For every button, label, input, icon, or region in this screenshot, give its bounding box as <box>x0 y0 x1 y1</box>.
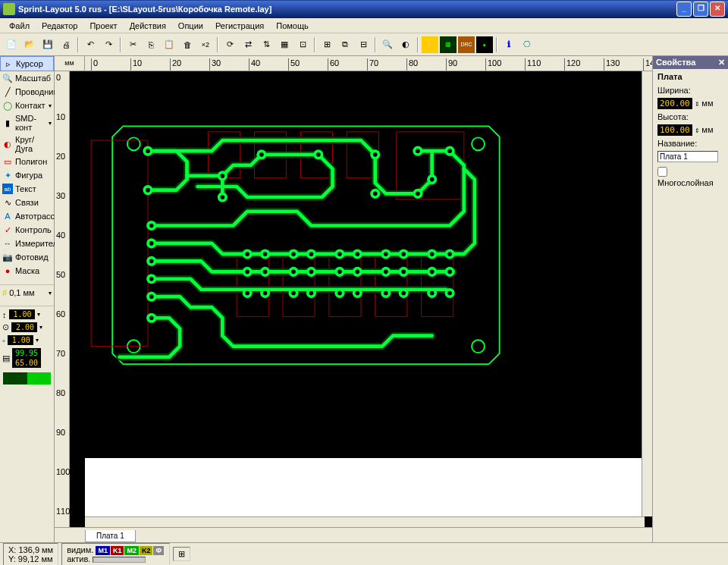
drc-button[interactable]: DRC <box>458 36 475 53</box>
width-value[interactable]: 200.00 <box>657 98 692 109</box>
maximize-button[interactable]: ❐ <box>693 2 708 17</box>
horizontal-ruler[interactable]: 0102030405060708090100110120130140150 <box>85 56 652 71</box>
save-button[interactable]: 💾 <box>39 36 56 53</box>
cut-button[interactable]: ✂ <box>124 36 141 53</box>
undo-button[interactable]: ↶ <box>82 36 99 53</box>
tool-shape[interactable]: ✦Фигура <box>0 168 54 182</box>
measure-icon: ↔ <box>2 238 13 249</box>
multilayer-label: Многослойная <box>657 178 714 187</box>
print-button[interactable]: 🖨 <box>58 36 74 53</box>
tool-cursor[interactable]: ▹Курсор <box>0 56 54 71</box>
menu-file[interactable]: Файл <box>3 20 36 32</box>
panel-close-icon[interactable]: ✕ <box>718 58 725 67</box>
tool-measure[interactable]: ↔Измеритель <box>0 237 54 250</box>
svg-point-51 <box>149 315 154 320</box>
menu-options[interactable]: Опции <box>172 20 209 32</box>
layer-k1[interactable]: K1 <box>111 546 124 555</box>
tool-connect[interactable]: ∿Связи <box>0 196 54 209</box>
rotate-button[interactable]: ⟳ <box>221 36 238 53</box>
new-button[interactable]: 📄 <box>3 36 20 53</box>
delete-button[interactable]: 🗑 <box>179 36 196 53</box>
redo-button[interactable]: ↷ <box>100 36 117 53</box>
mirrorh-button[interactable]: ⇄ <box>240 36 256 53</box>
menu-register[interactable]: Регистрация <box>209 20 270 32</box>
grid-value: 0,1 мм <box>9 288 34 297</box>
vertical-ruler[interactable]: 0102030405060708090100110 <box>55 71 70 527</box>
menu-help[interactable]: Помощь <box>270 20 315 32</box>
layer2-button[interactable]: ▪ <box>476 36 493 53</box>
ruler-unit: мм <box>55 56 85 71</box>
svg-point-59 <box>309 252 314 256</box>
vertical-scrollbar[interactable] <box>642 71 652 516</box>
link-button[interactable]: ⧉ <box>337 36 353 53</box>
mirrorv-button[interactable]: ⇅ <box>258 36 275 53</box>
pcb-canvas[interactable] <box>70 71 652 527</box>
layer1-button[interactable]: ▦ <box>440 36 457 53</box>
align-button[interactable]: ▦ <box>276 36 293 53</box>
dup-button[interactable]: ×2 <box>197 36 214 53</box>
check-icon: ✓ <box>2 224 13 235</box>
tool-circle[interactable]: ◐Круг/Дуга <box>0 133 54 155</box>
svg-point-103 <box>356 291 360 296</box>
tool-text[interactable]: abТекст <box>0 182 54 196</box>
grid-setting[interactable]: #0,1 мм▾ <box>0 287 54 299</box>
tool-smd-label: SMD-конт <box>15 114 46 132</box>
close-button[interactable]: ✕ <box>710 2 725 17</box>
contrast-button[interactable]: ◐ <box>397 36 414 53</box>
group-button[interactable]: ⊡ <box>294 36 311 53</box>
zoom-button[interactable]: 🔍 <box>379 36 396 53</box>
tool-check[interactable]: ✓Контроль <box>0 223 54 237</box>
menu-edit[interactable]: Редактор <box>36 20 83 32</box>
cursor-icon: ▹ <box>3 58 14 69</box>
pcb-drawing <box>70 71 652 458</box>
menu-actions[interactable]: Действия <box>124 20 172 32</box>
multilayer-checkbox[interactable] <box>657 167 667 177</box>
app-icon <box>3 3 15 15</box>
tool-smd[interactable]: ▮SMD-конт▾ <box>0 112 54 133</box>
param-diam[interactable]: ⊙2.00▾ <box>0 321 54 334</box>
polygon-icon: ▭ <box>2 156 13 167</box>
minimize-button[interactable]: _ <box>676 2 692 17</box>
info-button[interactable]: ℹ <box>500 36 517 53</box>
cursor-y: 99,12 мм <box>18 554 53 563</box>
param-width[interactable]: ↕1.00▾ <box>0 308 54 321</box>
layer-k2[interactable]: K2 <box>140 546 153 555</box>
menu-project[interactable]: Проект <box>83 20 123 32</box>
tool-pad[interactable]: ◯Контакт▾ <box>0 99 54 112</box>
tool-photo[interactable]: 📷Фотовид <box>0 250 54 264</box>
tab-board1[interactable]: Плата 1 <box>85 530 136 542</box>
layer-m1[interactable]: M1 <box>96 546 110 555</box>
layer-m2[interactable]: M2 <box>124 546 139 555</box>
paste-button[interactable]: 📋 <box>161 36 177 53</box>
svg-point-83 <box>356 270 360 275</box>
layer-f[interactable]: Ф <box>153 546 164 555</box>
panel-header: Свойства✕ <box>653 56 728 69</box>
svg-point-17 <box>146 149 150 153</box>
svg-point-81 <box>337 270 342 275</box>
snap-button[interactable]: ⊞ <box>318 36 335 53</box>
remove-button[interactable]: ⊟ <box>355 36 372 53</box>
copy-button[interactable]: ⎘ <box>143 36 159 53</box>
photo-icon: 📷 <box>2 252 13 262</box>
svg-point-47 <box>149 277 154 281</box>
horizontal-scrollbar[interactable] <box>85 516 645 527</box>
width-unit: мм <box>701 99 713 108</box>
tool-track[interactable]: ╱Проводник <box>0 85 54 99</box>
test-button[interactable]: ⚡ <box>422 36 438 53</box>
chevron-down-icon: ▾ <box>49 120 52 127</box>
tool-mask[interactable]: ●Маска <box>0 264 54 278</box>
tool-autoroute[interactable]: AАвтотрасса <box>0 209 54 223</box>
layer-visibility[interactable]: видим. M1K1M2K2Ф актив. <box>61 543 170 566</box>
height-value[interactable]: 100.00 <box>657 124 692 136</box>
macro-button[interactable]: ⎔ <box>519 36 535 53</box>
open-button[interactable]: 📂 <box>21 36 38 53</box>
tool-shape-label: Фигура <box>15 171 42 180</box>
param-hole[interactable]: ◦1.00▾ <box>0 334 54 347</box>
param-diam-val: 2.00 <box>11 322 37 332</box>
layer-color-swatch[interactable] <box>3 372 51 385</box>
tool-polygon[interactable]: ▭Полигон <box>0 155 54 168</box>
name-input[interactable] <box>657 151 718 162</box>
status-extra: ⊞ <box>173 547 190 561</box>
tool-zoom[interactable]: 🔍Масштаб <box>0 71 54 85</box>
param-pos[interactable]: ▤99.9565.00 <box>0 347 54 369</box>
